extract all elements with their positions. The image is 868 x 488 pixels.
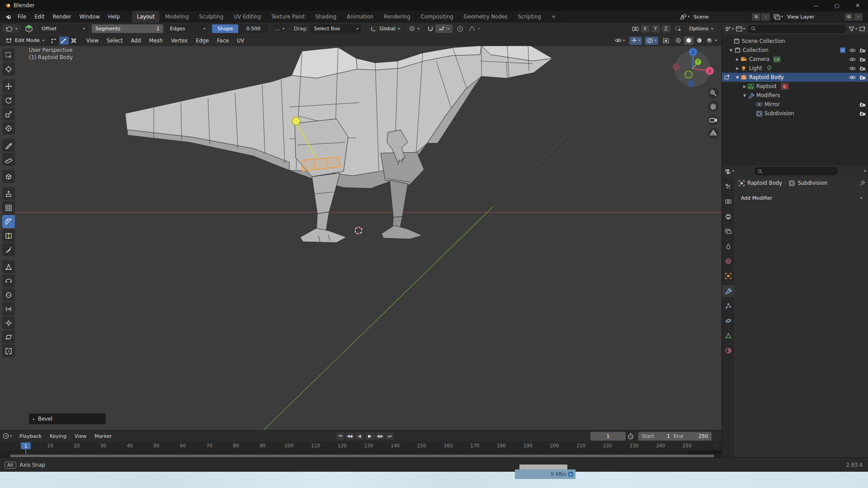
camera-view-button[interactable]	[708, 115, 719, 126]
rotate-tool[interactable]	[2, 94, 15, 107]
tab-render[interactable]	[722, 196, 734, 207]
workspace-tab[interactable]: Shading	[310, 11, 342, 23]
inset-faces-tool[interactable]	[2, 201, 15, 214]
more-options-dropdown[interactable]: ...▾	[272, 24, 288, 33]
jump-to-end-button[interactable]: ⏭	[386, 432, 394, 440]
bevel-segments-field[interactable]: Segments1	[92, 24, 163, 33]
outliner-filter-dropdown[interactable]: ▾	[725, 26, 734, 32]
new-view-layer-button[interactable]: ⧉	[844, 13, 853, 21]
stopwatch-icon[interactable]	[627, 433, 634, 440]
viewport-3d[interactable]: Z Y X Edit Mode▾	[0, 35, 722, 430]
breadcrumb-modifier[interactable]: Subdivision	[797, 180, 827, 186]
rip-region-tool[interactable]	[2, 344, 15, 357]
new-collection-icon[interactable]	[859, 26, 866, 32]
delete-scene-button[interactable]: ×	[761, 13, 770, 21]
frame-start-field[interactable]: Start1	[638, 432, 674, 441]
viewport-menu-item[interactable]: Select	[103, 35, 127, 46]
operator-panel-bevel[interactable]: ▸ Bevel	[29, 413, 106, 424]
timeline-ruler[interactable]: 1020304050607080901001101201301401501601…	[0, 441, 722, 450]
viewport-menu-item[interactable]: UV	[233, 35, 248, 46]
overlay-widget[interactable]: 5 KB/s ≡	[515, 465, 576, 481]
tab-world[interactable]	[722, 255, 734, 267]
tab-view-layer[interactable]	[722, 225, 734, 237]
select-box-tool[interactable]	[2, 48, 15, 61]
shrink-fatten-tool[interactable]	[2, 316, 15, 329]
proportional-editing-icon[interactable]	[457, 26, 463, 32]
mirror-z-toggle[interactable]: Z	[662, 25, 670, 33]
active-tool-dropdown[interactable]: ▾	[3, 24, 20, 33]
outliner-row-mirror[interactable]: Mirror	[722, 100, 868, 109]
overlays-dropdown[interactable]: ▾	[645, 37, 658, 45]
viewport-menu-item[interactable]: View	[82, 35, 103, 46]
gizmos-dropdown[interactable]: ▾	[629, 37, 642, 45]
tab-physics[interactable]	[722, 315, 734, 327]
hide-eye-icon[interactable]	[849, 57, 856, 62]
scene-dropdown-caret[interactable]: ▾	[688, 15, 689, 19]
tab-particles[interactable]	[722, 300, 734, 312]
annotate-tool[interactable]	[2, 139, 15, 152]
outliner-row-subdivision[interactable]: Subdivision	[722, 109, 868, 118]
snap-target-dropdown[interactable]: ▾	[435, 24, 453, 33]
app-menu-icon[interactable]	[5, 14, 12, 20]
mirror-butterfly-icon[interactable]	[632, 26, 639, 32]
shading-rendered-button[interactable]	[705, 37, 714, 45]
close-button[interactable]: ✕	[847, 0, 868, 11]
render-camera-icon[interactable]	[859, 66, 866, 71]
render-camera-icon[interactable]	[859, 48, 866, 53]
outliner-row-scene-collection[interactable]: Scene Collection	[722, 37, 868, 46]
workspace-tab[interactable]: Layout	[132, 11, 160, 23]
tab-object[interactable]	[722, 270, 734, 282]
shading-material-button[interactable]	[694, 37, 704, 45]
viewport-menu-item[interactable]: Edge	[192, 35, 213, 46]
bevel-width-type-dropdown[interactable]: Offset▾	[38, 24, 88, 33]
workspace-tab[interactable]: Scripting	[513, 11, 547, 23]
timeline-menu-item[interactable]: Marker	[90, 431, 116, 441]
outliner-search-field[interactable]	[747, 25, 846, 33]
properties-search-field[interactable]	[754, 167, 838, 175]
expander-icon[interactable]: ▶	[735, 57, 740, 61]
add-cube-tool[interactable]	[2, 170, 15, 183]
orientation-dropdown[interactable]: Global▾	[368, 24, 403, 33]
workspace-tab[interactable]: Animation	[342, 11, 379, 23]
pivot-point-dropdown[interactable]: ▾	[406, 24, 423, 33]
hide-eye-icon[interactable]	[849, 66, 856, 71]
cursor-tool[interactable]	[2, 62, 15, 75]
add-modifier-button[interactable]: Add Modifier▾	[738, 193, 865, 203]
view-layer-caret[interactable]: ▾	[781, 15, 783, 19]
tab-object-data[interactable]	[722, 330, 734, 342]
pin-icon[interactable]	[859, 180, 865, 186]
shading-wireframe-button[interactable]	[674, 37, 683, 45]
new-scene-button[interactable]: ⧉	[752, 13, 760, 21]
properties-editor-type-dropdown[interactable]: ▾	[725, 169, 734, 174]
bevel-shape-button[interactable]: Shape	[212, 24, 238, 33]
outliner-row-raptoid-body[interactable]: ▼ Raptoid Body	[722, 73, 868, 82]
menu-item[interactable]: Window	[75, 11, 104, 23]
smooth-tool[interactable]	[2, 288, 15, 301]
next-keyframe-button[interactable]: ◆▶	[376, 432, 384, 440]
render-camera-icon[interactable]	[859, 111, 866, 116]
view-layer-selector[interactable]: View Layer	[784, 13, 844, 21]
expander-icon[interactable]: ▼	[735, 75, 740, 80]
edge-slide-tool[interactable]	[2, 302, 15, 315]
vertex-select-mode-button[interactable]	[49, 37, 59, 45]
workspace-tab[interactable]: Modeling	[160, 11, 194, 23]
scale-tool[interactable]	[2, 108, 15, 121]
options-dropdown[interactable]: Options▾	[686, 24, 716, 33]
camera-data-badge[interactable]	[773, 56, 781, 63]
drag-tool-dropdown[interactable]: Select Box▾	[311, 24, 361, 33]
move-tool[interactable]	[2, 80, 15, 93]
add-workspace-button[interactable]: +	[547, 11, 561, 23]
breadcrumb-object[interactable]: Raptoid Body	[747, 180, 782, 186]
poly-build-tool[interactable]	[2, 260, 15, 273]
viewport-menu-item[interactable]: Face	[213, 35, 233, 46]
timeline-track[interactable]	[0, 450, 722, 454]
snap-symmetry-icon[interactable]	[675, 26, 682, 32]
render-camera-icon[interactable]	[859, 102, 866, 107]
workspace-tab[interactable]: Rendering	[379, 11, 416, 23]
pan-hand-button[interactable]	[708, 101, 719, 112]
menu-item[interactable]: Edit	[30, 11, 48, 23]
playhead-line[interactable]	[25, 449, 26, 454]
properties-options-caret[interactable]: ▾	[864, 169, 866, 173]
outliner-display-mode-dropdown[interactable]: ▾	[736, 26, 745, 32]
edge-select-mode-button[interactable]	[59, 37, 69, 45]
